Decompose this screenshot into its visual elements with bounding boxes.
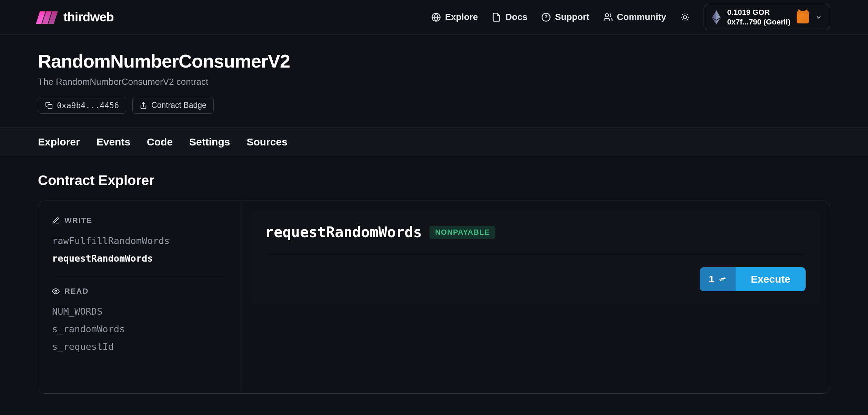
tab-sources[interactable]: Sources xyxy=(246,136,287,148)
read-label: READ xyxy=(64,287,89,296)
copy-icon xyxy=(45,102,53,109)
contract-subtitle: The RandomNumberConsumerV2 contract xyxy=(38,77,830,87)
nav-support-label: Support xyxy=(555,12,589,22)
contract-address-pill[interactable]: 0xa9b4...4456 xyxy=(38,97,126,114)
help-icon xyxy=(541,12,551,22)
brand-name: thirdweb xyxy=(63,10,114,24)
tab-settings[interactable]: Settings xyxy=(189,136,230,148)
swap-icon xyxy=(718,275,727,283)
write-group-header: WRITE xyxy=(52,216,227,225)
section-title: Contract Explorer xyxy=(38,173,830,188)
nav-explore-label: Explore xyxy=(445,12,478,22)
tab-explorer[interactable]: Explorer xyxy=(38,136,80,148)
fn-s-requestid[interactable]: s_requestId xyxy=(52,338,227,355)
tx-count: 1 xyxy=(709,274,714,285)
svg-point-5 xyxy=(55,290,57,292)
contract-badge-label: Contract Badge xyxy=(151,101,206,110)
wallet-balance: 0.1019 GOR xyxy=(727,8,790,17)
sun-icon xyxy=(680,12,690,22)
tx-count-toggle[interactable]: 1 xyxy=(700,267,736,291)
users-icon xyxy=(603,12,613,22)
detail-divider xyxy=(265,254,806,254)
fn-num-words[interactable]: NUM_WORDS xyxy=(52,303,227,320)
mutability-badge: NONPAYABLE xyxy=(430,226,495,239)
globe-icon xyxy=(431,12,441,22)
contract-badge-button[interactable]: Contract Badge xyxy=(132,97,214,114)
nav-support[interactable]: Support xyxy=(541,12,589,22)
metamask-icon xyxy=(797,11,809,23)
share-icon xyxy=(140,102,147,109)
file-icon xyxy=(492,12,501,22)
tab-events[interactable]: Events xyxy=(97,136,130,148)
contract-title: RandomNumberConsumerV2 xyxy=(38,50,830,72)
explorer-card: WRITE rawFulfillRandomWords requestRando… xyxy=(38,201,830,394)
read-group-header: READ xyxy=(52,287,227,296)
tab-code[interactable]: Code xyxy=(147,136,173,148)
nav-explore[interactable]: Explore xyxy=(431,12,478,22)
function-detail-card: requestRandomWords NONPAYABLE 1 Execute xyxy=(251,211,820,304)
pencil-icon xyxy=(52,217,60,224)
svg-rect-4 xyxy=(48,104,52,109)
theme-toggle[interactable] xyxy=(680,12,690,22)
fn-requestrandomwords[interactable]: requestRandomWords xyxy=(52,250,227,267)
nav-docs-label: Docs xyxy=(505,12,527,22)
chevron-down-icon xyxy=(815,14,822,21)
ethereum-icon xyxy=(711,10,721,24)
write-label: WRITE xyxy=(64,216,92,225)
wallet-address: 0x7f...790 (Goerli) xyxy=(727,17,790,27)
nav-community-label: Community xyxy=(617,12,666,22)
svg-point-2 xyxy=(605,13,608,17)
wallet-button[interactable]: 0.1019 GOR 0x7f...790 (Goerli) xyxy=(704,4,830,30)
fn-s-randomwords[interactable]: s_randomWords xyxy=(52,320,227,338)
contract-address-text: 0xa9b4...4456 xyxy=(57,101,119,110)
logo-icon xyxy=(38,11,59,24)
svg-point-3 xyxy=(683,16,686,19)
eye-icon xyxy=(52,287,60,295)
detail-fn-name: requestRandomWords xyxy=(265,224,422,241)
sidebar-divider xyxy=(52,277,227,277)
execute-button[interactable]: Execute xyxy=(736,267,806,291)
nav-docs[interactable]: Docs xyxy=(492,12,527,22)
nav-community[interactable]: Community xyxy=(603,12,666,22)
fn-rawfulfillrandomwords[interactable]: rawFulfillRandomWords xyxy=(52,232,227,250)
brand-logo[interactable]: thirdweb xyxy=(38,10,114,24)
